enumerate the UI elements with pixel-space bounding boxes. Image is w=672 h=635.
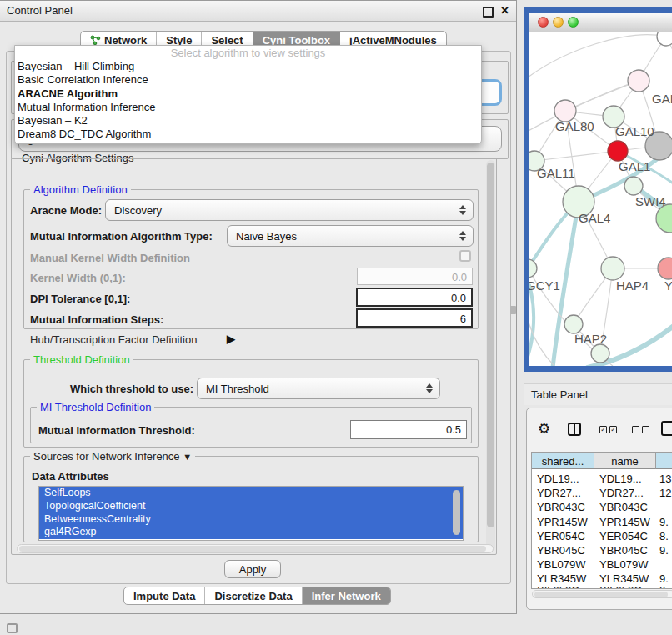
- aracne-mode-value: Discovery: [106, 204, 456, 217]
- algorithm-option[interactable]: Mutual Information Inference: [15, 101, 481, 114]
- attribute-item[interactable]: gal4RGexp: [39, 526, 463, 539]
- which-threshold-combo[interactable]: MI Threshold: [197, 378, 440, 399]
- checked-checkbox-icon[interactable]: ✓: [609, 426, 617, 433]
- zoom-traffic-light-icon[interactable]: [568, 17, 579, 28]
- tab-infer-network[interactable]: Infer Network: [303, 588, 390, 604]
- cell[interactable]: YBR043C: [599, 501, 648, 513]
- mi-steps-field[interactable]: 6: [356, 308, 473, 328]
- kernel-width-field[interactable]: 0.0: [357, 268, 473, 285]
- table-hscrollbar[interactable]: [532, 590, 672, 598]
- cell[interactable]: YER054C: [537, 530, 585, 542]
- manual-kernel-width-checkbox[interactable]: [459, 250, 471, 262]
- column-header-shared[interactable]: shared...: [532, 452, 594, 469]
- attribute-item[interactable]: BetweennessCentrality: [39, 513, 463, 527]
- algorithm-option-selected[interactable]: ARACNE Algorithm: [15, 88, 481, 101]
- cell[interactable]: YDL19...: [599, 472, 642, 485]
- column-header-extra[interactable]: [656, 452, 672, 469]
- node-gal1-red: [608, 141, 628, 161]
- cell[interactable]: YIL052C: [537, 584, 579, 589]
- settings-hscrollbar-thumb[interactable]: [19, 546, 486, 552]
- kernel-width-label: Kernel Width (0,1):: [30, 272, 126, 284]
- settings-scrollbar-thumb[interactable]: [487, 162, 494, 528]
- cell[interactable]: 9.: [659, 516, 669, 528]
- cell[interactable]: YBR045C: [537, 544, 585, 557]
- apply-button[interactable]: Apply: [224, 560, 281, 578]
- algorithm-dropdown-list: Select algorithm to view settings Bayesi…: [14, 45, 482, 144]
- column-header-name[interactable]: name: [594, 452, 656, 469]
- control-panel-window: Control Panel ✕ Network Style Select Cyn…: [0, 0, 517, 614]
- checked-checkbox-icon[interactable]: ✓: [599, 426, 607, 433]
- cell[interactable]: 9.: [659, 544, 669, 557]
- cell[interactable]: 12: [659, 487, 671, 499]
- tab-impute-data[interactable]: Impute Data: [124, 588, 205, 604]
- cell[interactable]: YDL19...: [537, 472, 579, 485]
- node-label: SWI4: [635, 194, 666, 208]
- aracne-mode-label: Aracne Mode:: [30, 204, 102, 217]
- node-pink: [628, 70, 649, 92]
- dock-panel-icon[interactable]: [7, 623, 18, 633]
- settings-hscrollbar[interactable]: [17, 544, 494, 553]
- cell[interactable]: YBR043C: [537, 501, 585, 513]
- node-label: Y: [664, 278, 672, 292]
- node-table: shared... name YDL19... YDL19... 13 YDR2…: [531, 452, 672, 589]
- cell[interactable]: YDR27...: [599, 487, 644, 499]
- algorithm-option[interactable]: Bayesian – Hill Climbing: [15, 60, 481, 73]
- cell[interactable]: YLR345W: [537, 572, 586, 585]
- tab-discretize-data[interactable]: Discretize Data: [205, 588, 302, 604]
- cell[interactable]: YBL079W: [537, 558, 586, 571]
- cell[interactable]: YPR145W: [599, 516, 650, 528]
- tab-impute-data-label: Impute Data: [133, 590, 195, 602]
- algorithm-option[interactable]: Basic Correlation Inference: [15, 73, 481, 87]
- mi-threshold-field[interactable]: 0.5: [350, 420, 467, 439]
- app-root: Control Panel ✕ Network Style Select Cyn…: [0, 0, 672, 635]
- dpi-tolerance-field[interactable]: 0.0: [356, 288, 473, 307]
- cell[interactable]: YBR045C: [599, 544, 648, 557]
- which-threshold-value: MI Threshold: [198, 382, 423, 395]
- hub-section-label[interactable]: Hub/Transcription Factor Definition: [30, 333, 197, 346]
- sources-group-title[interactable]: Sources for Network Inference ▼: [30, 450, 195, 462]
- float-window-icon[interactable]: [483, 7, 494, 18]
- mi-algorithm-type-combo[interactable]: Naive Bayes: [227, 225, 474, 247]
- columns-icon[interactable]: [568, 422, 581, 436]
- cell[interactable]: YDR27...: [537, 487, 581, 499]
- gear-icon[interactable]: ⚙: [538, 420, 550, 438]
- cell[interactable]: YLR345W: [599, 572, 649, 585]
- node-label: HAP2: [574, 332, 607, 346]
- attribute-item[interactable]: TopologicalCoefficient: [39, 500, 463, 513]
- cell[interactable]: 8.: [659, 530, 669, 542]
- combo-stepper-icon: [423, 383, 436, 393]
- table-hscrollbar-thumb[interactable]: [534, 592, 668, 598]
- close-traffic-light-icon[interactable]: [538, 17, 549, 28]
- aracne-mode-combo[interactable]: Discovery: [105, 199, 474, 221]
- minimize-traffic-light-icon[interactable]: [553, 17, 564, 28]
- mi-algorithm-type-value: Naive Bayes: [228, 230, 456, 242]
- network-canvas[interactable]: GAL GAL80 GAL10 GAL1 GAL11 SWI4 GAL4 GCY…: [529, 32, 672, 366]
- node-label: GAL80: [555, 119, 594, 133]
- algorithm-option[interactable]: Dream8 DC_TDC Algorithm: [15, 128, 481, 141]
- network-view-window: GAL GAL80 GAL10 GAL1 GAL11 SWI4 GAL4 GCY…: [524, 7, 672, 372]
- cell[interactable]: YIL052C: [599, 584, 642, 589]
- node-hap2: [564, 315, 583, 333]
- cell[interactable]: YER054C: [599, 530, 648, 542]
- cell[interactable]: YBL079W: [599, 558, 649, 571]
- network-window-titlebar[interactable]: [529, 12, 672, 32]
- cell[interactable]: 9.: [659, 572, 669, 585]
- cell[interactable]: 8: [659, 584, 665, 589]
- combo-stepper-icon: [456, 231, 469, 241]
- attributes-scrollbar-thumb[interactable]: [453, 490, 460, 535]
- collapse-arrow-icon[interactable]: ▶: [227, 332, 235, 345]
- table-panel: ⚙ ✓ ✓ shared... name YDL19... YDL19... 1…: [526, 408, 672, 610]
- cell[interactable]: 13: [659, 472, 671, 485]
- data-attributes-label: Data Attributes: [32, 470, 109, 482]
- panel-splitter-grip[interactable]: [510, 306, 516, 314]
- table-mode-icon[interactable]: [661, 421, 672, 436]
- expand-arrow-icon[interactable]: ▼: [183, 452, 192, 462]
- table-panel-titlebar: Table Panel: [524, 383, 672, 405]
- attribute-item[interactable]: SelfLoops: [39, 487, 463, 500]
- mi-threshold-group-title: MI Threshold Definition: [37, 401, 154, 413]
- close-icon[interactable]: ✕: [500, 4, 509, 17]
- algorithm-option[interactable]: Bayesian – K2: [15, 114, 481, 128]
- unchecked-checkbox-icon[interactable]: [632, 426, 639, 433]
- unchecked-checkbox-icon[interactable]: [642, 426, 649, 433]
- cell[interactable]: YPR145W: [537, 516, 588, 528]
